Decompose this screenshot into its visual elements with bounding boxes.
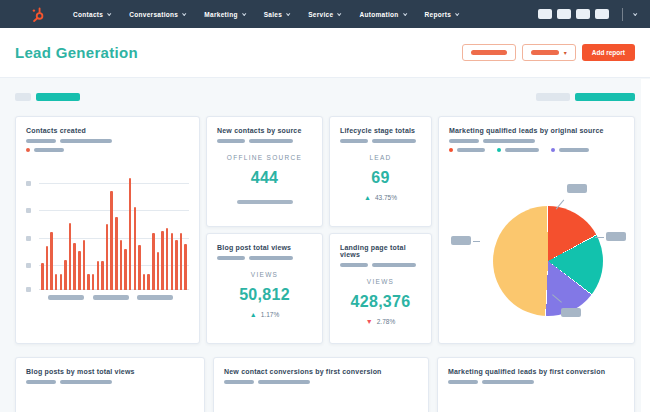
bar-chart: [26, 174, 189, 300]
pie-callout-placeholder: [567, 184, 587, 193]
nav-item-label: Automation: [359, 11, 398, 18]
x-tick-placeholder: [93, 295, 129, 300]
bar: [120, 240, 123, 290]
account-chevron-down-icon[interactable]: [633, 11, 637, 15]
toolbar-placeholder-small[interactable]: [15, 93, 31, 101]
x-tick-placeholder: [137, 295, 173, 300]
card-subtitle-placeholder: [217, 256, 312, 260]
chevron-down-icon: [403, 11, 407, 15]
card-contacts-created: Contacts created: [15, 116, 200, 344]
dashboard-filter-dropdown[interactable]: ▾: [522, 44, 576, 61]
report-grid-bottom: Blog posts by most total views New conta…: [0, 357, 650, 412]
legend-label-placeholder: [505, 148, 539, 152]
bar: [92, 274, 95, 290]
card-title: Marketing qualified leads by first conve…: [448, 368, 624, 375]
dashboard-filter-1[interactable]: [462, 44, 516, 61]
nav-icon-placeholder[interactable]: [576, 9, 590, 19]
pie-callout-placeholder: [561, 308, 581, 317]
bar: [134, 207, 137, 290]
card-lifecycle-stage-totals: Lifecycle stage totals LEAD 69 ▲ 43.75%: [329, 116, 432, 227]
legend-label-placeholder: [457, 148, 485, 152]
metric-body: VIEWS 50,812 ▲ 1.17%: [217, 271, 312, 318]
x-tick-placeholder: [48, 295, 84, 300]
delta-value: 43.75%: [375, 194, 397, 201]
toolbar-placeholder-teal[interactable]: [575, 93, 635, 101]
triangle-down-icon: ▼: [366, 318, 373, 325]
hubspot-sprocket-icon[interactable]: [30, 6, 47, 23]
card-title: Marketing qualified leads by original so…: [449, 127, 624, 134]
legend-label-placeholder: [559, 148, 589, 152]
placeholder-bar: [448, 380, 478, 384]
card-title: Landing page total views: [340, 244, 421, 258]
legend-dot: [26, 148, 30, 152]
nav-item-service[interactable]: Service: [308, 11, 340, 18]
nav-item-sales[interactable]: Sales: [264, 11, 290, 18]
legend-dot: [497, 148, 501, 152]
card-new-contact-conversions: New contact conversions by first convers…: [213, 357, 429, 412]
card-blog-post-total-views: Blog post total views VIEWS 50,812 ▲ 1.1…: [206, 233, 323, 344]
nav-icon-placeholder[interactable]: [538, 9, 552, 19]
card-subtitle-placeholder: [224, 380, 418, 384]
pie-callout-placeholder: [451, 236, 471, 245]
legend-label-placeholder: [34, 148, 64, 152]
chevron-down-icon: [455, 11, 459, 15]
metric-body: OFFLINE SOURCE 444: [217, 154, 312, 204]
card-title: Blog post total views: [217, 244, 312, 251]
card-subtitle-placeholder: [448, 380, 624, 384]
scrollbar-placeholder[interactable]: [237, 200, 293, 204]
bar: [106, 224, 109, 290]
nav-item-label: Reports: [425, 11, 452, 18]
filter-placeholder-bar: [531, 50, 559, 55]
bar: [175, 240, 178, 290]
placeholder-bar: [449, 139, 479, 143]
toolbar-placeholder-gray[interactable]: [536, 93, 570, 101]
bar: [171, 233, 174, 290]
add-report-button[interactable]: Add report: [582, 44, 635, 61]
nav-item-automation[interactable]: Automation: [359, 11, 405, 18]
bar: [143, 274, 146, 290]
nav-item-label: Contacts: [73, 11, 103, 18]
toolbar-row: [0, 78, 650, 116]
placeholder-bar: [482, 380, 534, 384]
delta-value: 2.78%: [377, 318, 395, 325]
page-header: Lead Generation ▾ Add report: [0, 28, 650, 78]
card-mql-by-original-source: Marketing qualified leads by original so…: [438, 116, 635, 344]
nav-item-reports[interactable]: Reports: [425, 11, 459, 18]
bar: [78, 251, 81, 290]
placeholder-bar: [372, 139, 416, 143]
nav-item-contacts[interactable]: Contacts: [73, 11, 110, 18]
nav-divider: [622, 8, 623, 21]
bar: [101, 261, 104, 290]
active-tab-placeholder[interactable]: [36, 93, 80, 101]
card-landing-page-total-views: Landing page total views VIEWS 428,376 ▼…: [329, 233, 432, 344]
nav-item-label: Conversations: [129, 11, 178, 18]
bar: [41, 263, 44, 290]
bar: [50, 232, 53, 290]
top-nav: ContactsConversationsMarketingSalesServi…: [0, 0, 650, 28]
pie-chart: [449, 156, 624, 322]
bar: [184, 244, 187, 290]
placeholder-bar: [60, 139, 112, 143]
card-blog-posts-by-most-total-views: Blog posts by most total views: [15, 357, 205, 412]
bar: [97, 261, 100, 290]
nav-item-conversations[interactable]: Conversations: [129, 11, 185, 18]
bar-chart-plot: [39, 174, 189, 290]
nav-item-label: Marketing: [204, 11, 237, 18]
metric-value: 50,812: [239, 286, 290, 304]
scrollbar-track[interactable]: [641, 79, 650, 412]
placeholder-bar: [224, 380, 254, 384]
bar: [64, 260, 67, 290]
card-subtitle-placeholder: [340, 139, 421, 143]
nav-item-marketing[interactable]: Marketing: [204, 11, 244, 18]
card-title: Blog posts by most total views: [26, 368, 194, 375]
legend-dot: [551, 148, 555, 152]
bar: [161, 231, 164, 290]
chart-legend: [26, 148, 189, 152]
nav-item-label: Sales: [264, 11, 283, 18]
nav-icon-placeholder[interactable]: [595, 9, 609, 19]
contacts-created-bars: [41, 174, 187, 290]
page-title: Lead Generation: [15, 44, 138, 61]
nav-icon-placeholder[interactable]: [557, 9, 571, 19]
bar: [87, 274, 90, 290]
toolbar-left: [15, 93, 80, 101]
